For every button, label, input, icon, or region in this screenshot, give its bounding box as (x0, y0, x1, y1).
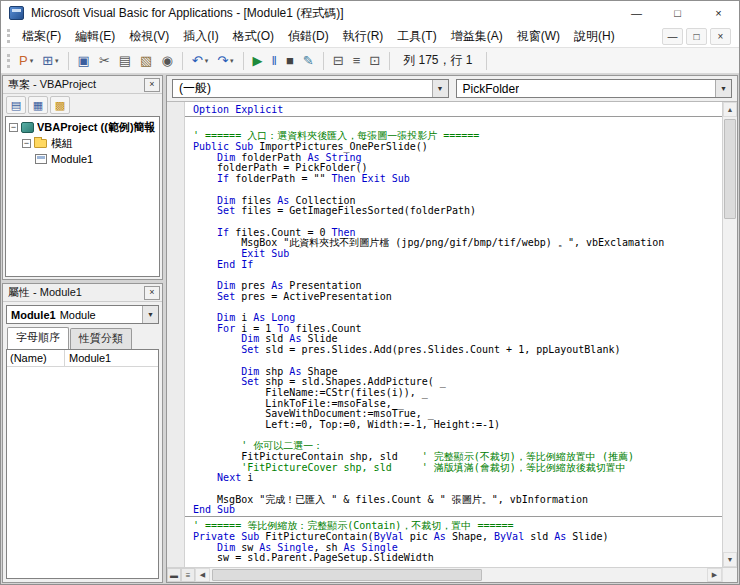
tree-item-modules-folder[interactable]: −模組 (6, 135, 159, 151)
toolbar-separator (323, 52, 324, 70)
project-explorer-icon: ⊟ (333, 54, 344, 67)
menu-item[interactable]: 編輯(E) (68, 25, 122, 48)
chevron-down-icon[interactable]: ▼ (142, 306, 158, 323)
menu-item[interactable]: 插入(I) (176, 25, 225, 48)
find-button[interactable]: ◉ (157, 50, 176, 72)
scroll-down-icon[interactable]: ▼ (723, 552, 737, 567)
properties-panel-close-icon[interactable]: × (144, 286, 160, 300)
menu-item[interactable]: 工具(T) (390, 25, 443, 48)
view-object-button[interactable]: ▦ (28, 96, 48, 114)
save-button[interactable]: ▣ (74, 50, 94, 72)
tab-categorized[interactable]: 性質分類 (70, 328, 132, 349)
insert-userform-icon: ⊞ (42, 54, 53, 67)
code-line[interactable]: Set sld = pres.Slides.Add(pres.Slides.Co… (193, 345, 722, 356)
vba-main-window: Microsoft Visual Basic for Applications … (0, 0, 740, 585)
undo-button[interactable]: ↶▾ (188, 50, 212, 72)
code-line[interactable]: Exit Sub (193, 249, 722, 260)
tree-item-module1[interactable]: Module1 (6, 151, 159, 167)
child-restore-button[interactable]: □ (686, 28, 707, 45)
code-line[interactable]: End If (193, 260, 722, 271)
vertical-scrollbar[interactable]: ▲ ▼ (722, 102, 737, 567)
code-line[interactable]: Set files = GetImageFilesSorted(folderPa… (193, 206, 722, 217)
menu-item[interactable]: 檢視(V) (122, 25, 176, 48)
main-area: 專案 - VBAProject × ▤▦▩ −VBAProject ((範例)簡… (1, 74, 739, 584)
insert-userform-button[interactable]: ⊞▾ (38, 50, 62, 72)
menu-item[interactable]: 增益集(A) (444, 25, 510, 48)
property-name-cell[interactable]: (Name) (7, 350, 65, 366)
break-button[interactable]: ‖ (268, 50, 281, 72)
menu-item[interactable]: 說明(H) (567, 25, 622, 48)
view-code-button[interactable]: ▤ (6, 96, 26, 114)
paste-button[interactable]: ▧ (136, 50, 156, 72)
project-panel-title: 專案 - VBAProject (8, 77, 144, 92)
margin-indicator-bar[interactable] (167, 102, 185, 567)
code-line[interactable]: Left:=0, Top:=0, Width:=-1, Height:=-1) (193, 420, 722, 431)
object-selector-combobox[interactable]: Module1 Module ▼ (6, 305, 159, 324)
selected-object-type: Module (60, 309, 96, 321)
code-body: Option Explicit ' ====== 入口：選資料夾後匯入，每張圖一… (167, 101, 737, 567)
scroll-left-icon[interactable]: ◀ (195, 568, 210, 582)
minimize-button[interactable]: — (616, 1, 657, 25)
redo-button[interactable]: ↷▾ (213, 50, 237, 72)
menu-item[interactable]: 執行(R) (336, 25, 391, 48)
code-editor[interactable]: Option Explicit ' ====== 入口：選資料夾後匯入，每張圖一… (185, 102, 722, 567)
procedure-view-button[interactable]: ▬ (167, 568, 181, 582)
menu-item[interactable]: 檔案(F) (15, 25, 68, 48)
selected-object-name: Module1 (11, 309, 56, 321)
horizontal-scroll-track[interactable] (210, 568, 707, 582)
design-mode-button[interactable]: ✎ (299, 50, 318, 72)
view-host-app-button[interactable]: P▾ (15, 50, 37, 72)
maximize-button[interactable]: □ (657, 1, 698, 25)
code-line[interactable]: MsgBox "完成！已匯入 " & files.Count & " 張圖片。"… (193, 495, 722, 506)
collapse-icon[interactable]: − (9, 123, 18, 132)
close-button[interactable]: × (698, 1, 739, 25)
tree-item-vbaproject[interactable]: −VBAProject ((範例)簡報 (6, 119, 159, 135)
menu-item[interactable]: 格式(O) (226, 25, 281, 48)
child-minimize-button[interactable]: — (662, 28, 683, 45)
reset-button[interactable]: ■ (282, 50, 298, 72)
collapse-icon[interactable]: − (22, 139, 31, 148)
chevron-down-icon[interactable]: ▼ (715, 80, 731, 97)
horizontal-scroll-thumb[interactable] (212, 569, 482, 581)
toolbar-separator (243, 52, 244, 70)
cursor-position: 列 175，行 1 (395, 52, 480, 69)
paste-icon: ▧ (140, 54, 152, 67)
code-line[interactable]: sw = sld.Parent.PageSetup.SlideWidth (193, 553, 722, 564)
view-host-app-icon: P (19, 54, 28, 67)
toolbar-grip-handle[interactable] (7, 54, 10, 68)
menu-item[interactable]: 偵錯(D) (281, 25, 336, 48)
tab-alphabetic[interactable]: 字母順序 (7, 327, 69, 349)
properties-panel-header: 屬性 - Module1 × (3, 284, 162, 302)
object-dropdown[interactable]: (一般) ▼ (172, 79, 449, 98)
child-close-button[interactable]: × (710, 28, 731, 45)
cut-button[interactable]: ✂ (95, 50, 114, 72)
scroll-right-icon[interactable]: ▶ (707, 568, 722, 582)
window-title: Microsoft Visual Basic for Applications … (31, 5, 616, 22)
code-line[interactable]: 'FitPictureCover shp, sld ' 滿版填滿(會裁切)，等比… (193, 463, 722, 474)
toggle-folders-button[interactable]: ▩ (50, 96, 70, 114)
project-panel-close-icon[interactable]: × (144, 78, 160, 92)
property-value-cell[interactable]: Module1 (65, 350, 158, 366)
project-panel-header: 專案 - VBAProject × (3, 76, 162, 94)
menubar-grip-handle[interactable] (7, 29, 10, 43)
code-line[interactable]: End Sub (193, 505, 722, 516)
properties-window-button[interactable]: ≡ (349, 50, 365, 72)
vertical-scroll-track[interactable] (723, 117, 737, 552)
scroll-up-icon[interactable]: ▲ (723, 102, 737, 117)
code-line[interactable]: Option Explicit (193, 105, 722, 116)
code-line[interactable]: Next i (193, 473, 722, 484)
procedure-dropdown[interactable]: PickFolder ▼ (456, 79, 733, 98)
toolbar-separator (389, 52, 390, 70)
menu-item[interactable]: 視窗(W) (510, 25, 567, 48)
title-bar: Microsoft Visual Basic for Applications … (1, 1, 739, 25)
copy-button[interactable]: ▤ (115, 50, 135, 72)
project-explorer-button[interactable]: ⊟ (329, 50, 348, 72)
code-line[interactable]: If folderPath = "" Then Exit Sub (193, 174, 722, 185)
code-line[interactable]: Set pres = ActivePresentation (193, 292, 722, 303)
full-module-view-button[interactable]: ≡ (181, 568, 195, 582)
object-browser-button[interactable]: ⊡ (365, 50, 384, 72)
vertical-scroll-thumb[interactable] (724, 119, 736, 219)
chevron-down-icon[interactable]: ▼ (432, 80, 448, 97)
run-button[interactable]: ▶ (249, 50, 267, 72)
dropdown-arrow-icon: ▾ (55, 57, 59, 65)
